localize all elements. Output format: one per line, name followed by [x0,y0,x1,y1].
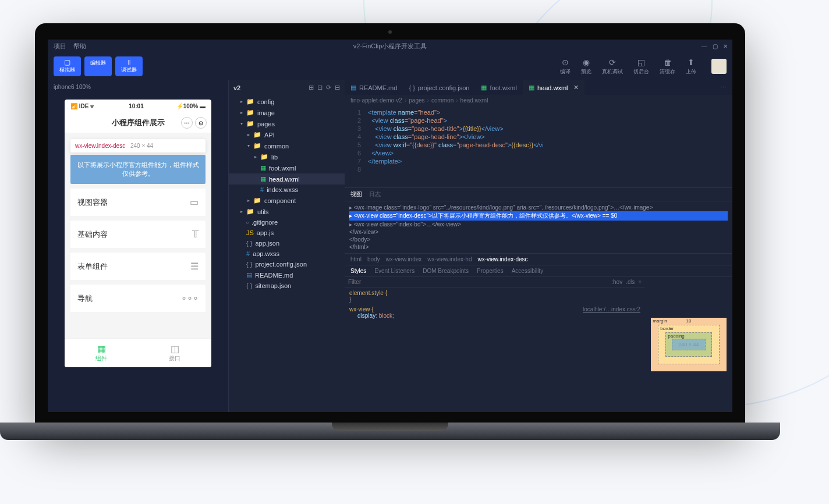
new-file-icon[interactable]: ⊞ [309,84,314,91]
tree-item[interactable]: ▸📁lib [229,151,345,162]
tree-item[interactable]: #index.wxss [229,184,345,195]
refresh-icon[interactable]: ⟳ [326,84,331,91]
inspect-tooltip: wx-view.index-desc 240 × 44 [70,139,206,152]
menu-item[interactable]: 导航∘∘∘ [70,285,206,312]
tree-item[interactable]: ▸📁utils [229,206,345,217]
devtools-tab-view[interactable]: 视图 [350,190,362,198]
tree-item[interactable]: JSapp.js [229,228,345,238]
tree-item[interactable]: { }sitemap.json [229,281,345,291]
menu-project[interactable]: 项目 [54,42,66,51]
css-rules[interactable]: element.style {}</span><div class="rule-… [345,288,645,412]
menubar: 项目 帮助 v2-FinClip小程序开发工具 — ▢ ✕ [48,40,732,52]
tabs-more-icon[interactable]: ⋯ [714,80,732,95]
box-model: margin 10 border padding 240 × 44 [645,277,732,412]
camera-dot [388,30,392,34]
editor-tab[interactable]: ▦head.wxml✕ [523,80,584,95]
tree-item[interactable]: { }app.json [229,238,345,249]
styles-filter-input[interactable] [348,279,611,285]
phone-nav: 小程序组件展示 ⋯ ⊙ [65,113,211,133]
new-folder-icon[interactable]: ⊡ [317,84,323,91]
highlighted-element[interactable]: 以下将展示小程序官方组件能力，组件样式仅供参考。 [70,155,206,184]
menu-item[interactable]: 基础内容𝕋 [70,221,206,248]
mode-btn-1[interactable]: 编辑器 [84,56,112,76]
menu-item[interactable]: 视图容器▭ [70,189,206,216]
toolbar: ▢模拟器编辑器⫴调试器 ⊙编译◉预览⟳真机调试◱切后台🗑清缓存⬆上传 [48,52,732,80]
collapse-icon[interactable]: ⊟ [335,84,340,91]
device-label: iphone6 100% [48,80,228,94]
phone-status-bar: 📶 IDE ᯤ 10:01 ⚡100% ▬ [65,100,211,113]
avatar[interactable] [711,59,727,74]
tool-编译[interactable]: ⊙编译 [560,58,571,76]
tree-item[interactable]: ▾📁common [229,140,345,151]
editor-tab[interactable]: ▤README.md [345,80,403,95]
filter-opt[interactable]: + [638,279,642,285]
page-title: 小程序组件展示 [112,118,165,128]
tool-清缓存[interactable]: 🗑清缓存 [660,58,675,76]
devtools-subtab[interactable]: Styles [350,268,366,274]
menu-help[interactable]: 帮助 [73,42,86,51]
tool-上传[interactable]: ⬆上传 [686,58,696,76]
explorer-title: v2 [233,84,305,91]
filter-opt[interactable]: .cls [626,279,635,285]
devtools: 视图 日志 ▸ <wx-image class="index-logo" src… [345,187,732,412]
tree-item[interactable]: ▸📁API [229,129,345,140]
minimize-icon[interactable]: — [701,42,708,49]
tabbar-item[interactable]: ◫接口 [138,339,211,367]
editor-tab[interactable]: { }project.config.json [403,81,475,95]
tree-item[interactable]: ▸📁image [229,107,345,118]
laptop-frame: 项目 帮助 v2-FinClip小程序开发工具 — ▢ ✕ ▢模拟器编辑器⫴调试… [35,23,745,440]
editor-panel: ▤README.md{ }project.config.json▦foot.wx… [345,80,732,412]
mode-btn-2[interactable]: ⫴调试器 [115,56,143,76]
ide-window: 项目 帮助 v2-FinClip小程序开发工具 — ▢ ✕ ▢模拟器编辑器⫴调试… [48,40,732,412]
tree-item[interactable]: { }project.config.json [229,259,345,269]
mode-btn-0[interactable]: ▢模拟器 [54,56,81,76]
tool-真机调试[interactable]: ⟳真机调试 [602,58,623,76]
tree-item[interactable]: ▸📁component [229,195,345,206]
devtools-subtab[interactable]: Accessibility [512,268,543,274]
close-icon[interactable]: ✕ [722,42,729,49]
devtools-subtab[interactable]: DOM Breakpoints [423,268,469,274]
tree-item[interactable]: ▫.gitignore [229,217,345,228]
tree-item[interactable]: ▸📁config [229,96,345,107]
tool-切后台[interactable]: ◱切后台 [633,58,649,76]
tree-item[interactable]: ▾📁pages [229,118,345,129]
window-title: v2-FinClip小程序开发工具 [353,42,427,51]
dom-tree[interactable]: ▸ <wx-image class="index-logo" src="../r… [345,201,732,253]
phone-frame: 📶 IDE ᯤ 10:01 ⚡100% ▬ 小程序组件展示 ⋯ ⊙ [65,100,211,367]
menu-item[interactable]: 表单组件☰ [70,253,206,280]
editor-tab[interactable]: ▦foot.wxml [475,80,522,95]
file-explorer: v2 ⊞ ⊡ ⟳ ⊟ ▸📁config▸📁image▾📁pages▸📁API▾📁… [228,80,345,412]
filter-opt[interactable]: :hov [611,279,622,285]
breadcrumb: fino-applet-demo-v2›pages›common›head.wx… [345,95,732,106]
devtools-subtab[interactable]: Properties [477,268,504,274]
tabbar-item[interactable]: ▦组件 [65,339,138,367]
code-editor[interactable]: 1<template name="head">2 <view class="pa… [345,106,732,187]
tree-item[interactable]: ▦foot.wxml [229,162,345,173]
devtools-subtab[interactable]: Event Listeners [374,268,414,274]
simulator-panel: iphone6 100% 📶 IDE ᯤ 10:01 ⚡100% ▬ 小程序组件… [48,80,228,412]
devtools-tab-log[interactable]: 日志 [369,190,381,198]
more-icon[interactable]: ⋯ [181,117,193,129]
tree-item[interactable]: ▤README.md [229,269,345,281]
tree-item[interactable]: #app.wxss [229,249,345,259]
dom-breadcrumb[interactable]: htmlbodywx-view.indexwx-view.index-hdwx-… [345,253,732,265]
tool-预览[interactable]: ◉预览 [581,58,591,76]
tree-item[interactable]: ▦head.wxml [229,173,345,184]
close-circle-icon[interactable]: ⊙ [195,117,207,129]
maximize-icon[interactable]: ▢ [711,42,718,49]
